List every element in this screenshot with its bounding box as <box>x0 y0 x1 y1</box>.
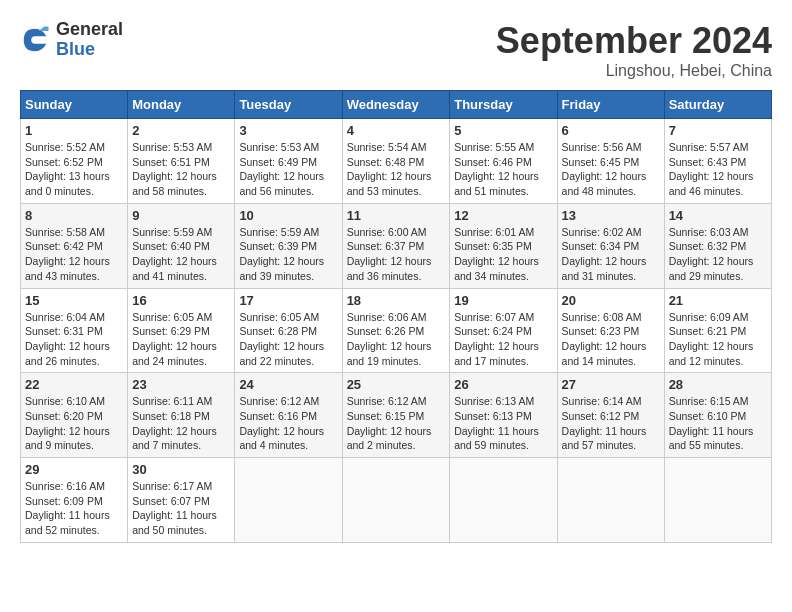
header-day-wednesday: Wednesday <box>342 91 450 119</box>
calendar-cell: 7 Sunrise: 5:57 AM Sunset: 6:43 PM Dayli… <box>664 119 771 204</box>
location: Lingshou, Hebei, China <box>496 62 772 80</box>
calendar-cell: 1 Sunrise: 5:52 AM Sunset: 6:52 PM Dayli… <box>21 119 128 204</box>
day-number: 10 <box>239 208 337 223</box>
calendar-cell: 28 Sunrise: 6:15 AM Sunset: 6:10 PM Dayl… <box>664 373 771 458</box>
day-number: 20 <box>562 293 660 308</box>
calendar-cell: 5 Sunrise: 5:55 AM Sunset: 6:46 PM Dayli… <box>450 119 557 204</box>
sunset-label: Sunset: 6:10 PM <box>669 410 747 422</box>
day-number: 8 <box>25 208 123 223</box>
calendar-cell <box>557 458 664 543</box>
daylight-label: Daylight: 12 hours and 43 minutes. <box>25 255 110 282</box>
daylight-label: Daylight: 12 hours and 14 minutes. <box>562 340 647 367</box>
day-info: Sunrise: 6:01 AM Sunset: 6:35 PM Dayligh… <box>454 225 552 284</box>
sunset-label: Sunset: 6:43 PM <box>669 156 747 168</box>
title-section: September 2024 Lingshou, Hebei, China <box>496 20 772 80</box>
day-info: Sunrise: 6:10 AM Sunset: 6:20 PM Dayligh… <box>25 394 123 453</box>
sunrise-label: Sunrise: 6:12 AM <box>347 395 427 407</box>
header-day-monday: Monday <box>128 91 235 119</box>
calendar-cell <box>235 458 342 543</box>
day-info: Sunrise: 6:09 AM Sunset: 6:21 PM Dayligh… <box>669 310 767 369</box>
day-info: Sunrise: 6:08 AM Sunset: 6:23 PM Dayligh… <box>562 310 660 369</box>
daylight-label: Daylight: 12 hours and 39 minutes. <box>239 255 324 282</box>
calendar-cell: 20 Sunrise: 6:08 AM Sunset: 6:23 PM Dayl… <box>557 288 664 373</box>
day-number: 28 <box>669 377 767 392</box>
day-number: 25 <box>347 377 446 392</box>
day-number: 12 <box>454 208 552 223</box>
daylight-label: Daylight: 12 hours and 19 minutes. <box>347 340 432 367</box>
day-info: Sunrise: 6:14 AM Sunset: 6:12 PM Dayligh… <box>562 394 660 453</box>
day-number: 4 <box>347 123 446 138</box>
sunrise-label: Sunrise: 6:03 AM <box>669 226 749 238</box>
calendar-cell: 8 Sunrise: 5:58 AM Sunset: 6:42 PM Dayli… <box>21 203 128 288</box>
sunset-label: Sunset: 6:34 PM <box>562 240 640 252</box>
sunrise-label: Sunrise: 5:52 AM <box>25 141 105 153</box>
sunrise-label: Sunrise: 6:02 AM <box>562 226 642 238</box>
calendar-week-2: 8 Sunrise: 5:58 AM Sunset: 6:42 PM Dayli… <box>21 203 772 288</box>
day-number: 6 <box>562 123 660 138</box>
sunrise-label: Sunrise: 6:17 AM <box>132 480 212 492</box>
calendar-cell: 4 Sunrise: 5:54 AM Sunset: 6:48 PM Dayli… <box>342 119 450 204</box>
sunrise-label: Sunrise: 6:05 AM <box>239 311 319 323</box>
calendar-cell: 27 Sunrise: 6:14 AM Sunset: 6:12 PM Dayl… <box>557 373 664 458</box>
daylight-label: Daylight: 12 hours and 22 minutes. <box>239 340 324 367</box>
calendar-week-1: 1 Sunrise: 5:52 AM Sunset: 6:52 PM Dayli… <box>21 119 772 204</box>
sunset-label: Sunset: 6:15 PM <box>347 410 425 422</box>
page-header: General Blue September 2024 Lingshou, He… <box>20 20 772 80</box>
sunset-label: Sunset: 6:23 PM <box>562 325 640 337</box>
calendar-cell: 12 Sunrise: 6:01 AM Sunset: 6:35 PM Dayl… <box>450 203 557 288</box>
calendar-cell <box>664 458 771 543</box>
day-number: 26 <box>454 377 552 392</box>
logo: General Blue <box>20 20 123 60</box>
header-day-tuesday: Tuesday <box>235 91 342 119</box>
day-info: Sunrise: 6:00 AM Sunset: 6:37 PM Dayligh… <box>347 225 446 284</box>
sunset-label: Sunset: 6:13 PM <box>454 410 532 422</box>
calendar-cell: 21 Sunrise: 6:09 AM Sunset: 6:21 PM Dayl… <box>664 288 771 373</box>
daylight-label: Daylight: 12 hours and 58 minutes. <box>132 170 217 197</box>
sunrise-label: Sunrise: 6:06 AM <box>347 311 427 323</box>
calendar-cell: 15 Sunrise: 6:04 AM Sunset: 6:31 PM Dayl… <box>21 288 128 373</box>
sunrise-label: Sunrise: 5:55 AM <box>454 141 534 153</box>
day-info: Sunrise: 5:54 AM Sunset: 6:48 PM Dayligh… <box>347 140 446 199</box>
logo-general: General <box>56 20 123 40</box>
day-info: Sunrise: 6:13 AM Sunset: 6:13 PM Dayligh… <box>454 394 552 453</box>
sunset-label: Sunset: 6:07 PM <box>132 495 210 507</box>
calendar-cell: 3 Sunrise: 5:53 AM Sunset: 6:49 PM Dayli… <box>235 119 342 204</box>
day-number: 30 <box>132 462 230 477</box>
sunset-label: Sunset: 6:37 PM <box>347 240 425 252</box>
sunset-label: Sunset: 6:52 PM <box>25 156 103 168</box>
header-day-sunday: Sunday <box>21 91 128 119</box>
calendar-cell: 2 Sunrise: 5:53 AM Sunset: 6:51 PM Dayli… <box>128 119 235 204</box>
day-info: Sunrise: 5:56 AM Sunset: 6:45 PM Dayligh… <box>562 140 660 199</box>
calendar-cell: 13 Sunrise: 6:02 AM Sunset: 6:34 PM Dayl… <box>557 203 664 288</box>
daylight-label: Daylight: 12 hours and 48 minutes. <box>562 170 647 197</box>
sunrise-label: Sunrise: 5:56 AM <box>562 141 642 153</box>
calendar-cell: 26 Sunrise: 6:13 AM Sunset: 6:13 PM Dayl… <box>450 373 557 458</box>
daylight-label: Daylight: 12 hours and 7 minutes. <box>132 425 217 452</box>
logo-icon <box>20 25 50 55</box>
calendar-cell <box>450 458 557 543</box>
day-info: Sunrise: 5:52 AM Sunset: 6:52 PM Dayligh… <box>25 140 123 199</box>
day-number: 1 <box>25 123 123 138</box>
calendar-cell: 16 Sunrise: 6:05 AM Sunset: 6:29 PM Dayl… <box>128 288 235 373</box>
calendar-week-4: 22 Sunrise: 6:10 AM Sunset: 6:20 PM Dayl… <box>21 373 772 458</box>
daylight-label: Daylight: 11 hours and 59 minutes. <box>454 425 539 452</box>
sunrise-label: Sunrise: 6:07 AM <box>454 311 534 323</box>
day-number: 15 <box>25 293 123 308</box>
day-number: 23 <box>132 377 230 392</box>
sunset-label: Sunset: 6:20 PM <box>25 410 103 422</box>
sunrise-label: Sunrise: 5:53 AM <box>132 141 212 153</box>
sunrise-label: Sunrise: 5:53 AM <box>239 141 319 153</box>
calendar-cell: 14 Sunrise: 6:03 AM Sunset: 6:32 PM Dayl… <box>664 203 771 288</box>
day-info: Sunrise: 5:59 AM Sunset: 6:39 PM Dayligh… <box>239 225 337 284</box>
calendar-body: 1 Sunrise: 5:52 AM Sunset: 6:52 PM Dayli… <box>21 119 772 543</box>
calendar-cell: 9 Sunrise: 5:59 AM Sunset: 6:40 PM Dayli… <box>128 203 235 288</box>
day-number: 27 <box>562 377 660 392</box>
sunset-label: Sunset: 6:31 PM <box>25 325 103 337</box>
day-number: 22 <box>25 377 123 392</box>
day-info: Sunrise: 5:55 AM Sunset: 6:46 PM Dayligh… <box>454 140 552 199</box>
day-number: 13 <box>562 208 660 223</box>
day-number: 9 <box>132 208 230 223</box>
day-number: 17 <box>239 293 337 308</box>
day-number: 3 <box>239 123 337 138</box>
daylight-label: Daylight: 11 hours and 55 minutes. <box>669 425 754 452</box>
